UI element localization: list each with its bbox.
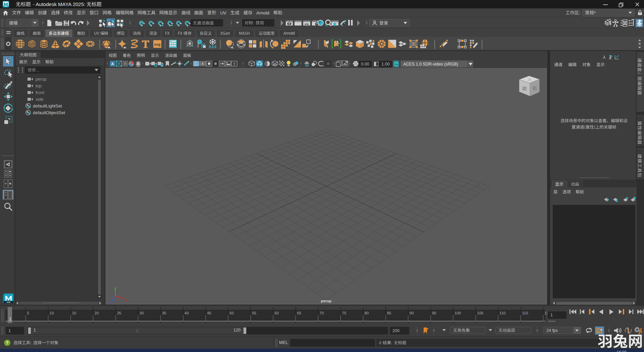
- svg-text:0,0,0: 0,0,0: [209, 45, 217, 49]
- svg-text:ON: ON: [394, 63, 398, 65]
- svg-text:MAYA: MAYA: [4, 6, 8, 7]
- svg-text:IPR: IPR: [305, 23, 309, 26]
- svg-text:x: x: [325, 24, 327, 27]
- svg-text:T: T: [233, 62, 235, 66]
- svg-text:A: A: [111, 62, 114, 66]
- svg-text:AYA: AYA: [7, 301, 11, 303]
- svg-text:y: y: [114, 288, 116, 292]
- svg-text:svg: svg: [154, 42, 161, 46]
